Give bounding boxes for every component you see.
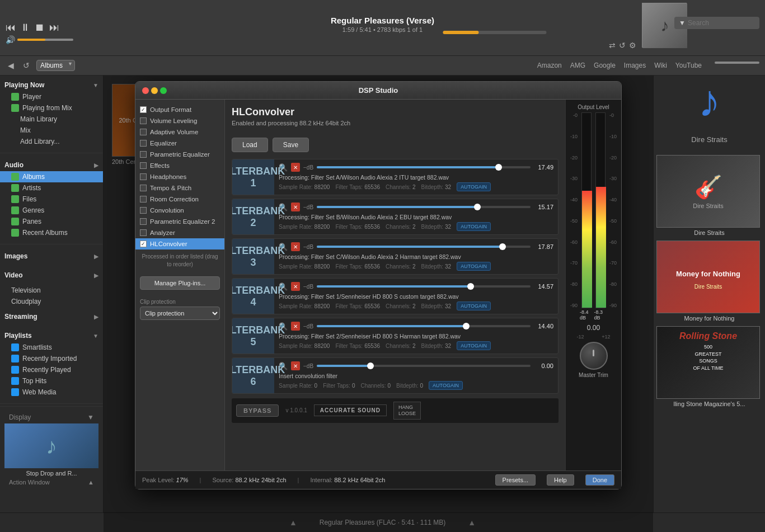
fb3-remove-button[interactable]: ✕: [291, 242, 300, 251]
playing-now-header[interactable]: Playing Now ▼: [0, 79, 103, 91]
view-selector[interactable]: Albums Artists Songs: [36, 60, 75, 71]
fb6-remove-button[interactable]: ✕: [291, 361, 300, 370]
fb5-autogain-button[interactable]: AUTOGAIN: [457, 341, 491, 350]
video-header[interactable]: Video ▶: [0, 269, 103, 281]
fb1-autogain-button[interactable]: AUTOGAIN: [457, 182, 491, 191]
window-minimize-button[interactable]: [151, 87, 158, 94]
clip-protection-select[interactable]: Clip protection Off Soft clip: [140, 307, 220, 320]
playlists-header[interactable]: Playlists ▼: [0, 329, 103, 342]
sidebar-item-genres[interactable]: Genres: [0, 205, 103, 216]
shuffle-icon[interactable]: ⇄: [609, 41, 616, 50]
pause-button[interactable]: ⏸: [20, 22, 30, 34]
youtube-link[interactable]: YouTube: [675, 62, 702, 69]
sidebar-item-playing-from-mix[interactable]: Playing from Mix: [0, 102, 103, 114]
fb5-search-icon[interactable]: 🔍: [279, 322, 288, 331]
fb4-search-icon[interactable]: 🔍: [279, 283, 288, 291]
refresh-button[interactable]: ↺: [21, 60, 32, 71]
display-label[interactable]: Display ▼: [4, 411, 98, 423]
plugin-convolution[interactable]: Convolution: [135, 205, 224, 216]
fb4-autogain-button[interactable]: AUTOGAIN: [457, 302, 491, 310]
master-trim-knob[interactable]: [580, 342, 608, 370]
fb3-autogain-button[interactable]: AUTOGAIN: [457, 262, 491, 271]
fb2-search-icon[interactable]: 🔍: [279, 203, 288, 211]
images-header[interactable]: Images ▶: [0, 250, 103, 262]
sidebar-item-add-library[interactable]: Add Library...: [0, 136, 103, 147]
plugin-adaptive-volume[interactable]: Adaptive Volume: [135, 126, 224, 138]
plugin-output-format[interactable]: Output Format: [135, 104, 224, 115]
fb4-slider[interactable]: [317, 285, 531, 288]
manage-plugins-button[interactable]: Manage Plug-ins...: [140, 276, 220, 290]
amazon-link[interactable]: Amazon: [537, 62, 562, 69]
action-window-label[interactable]: Action Window ▲: [4, 477, 98, 488]
window-close-button[interactable]: [142, 87, 149, 94]
sidebar-item-cloudplay[interactable]: Cloudplay: [0, 296, 103, 307]
dsp-title: DSP Studio: [359, 86, 398, 95]
sidebar-item-artists[interactable]: Artists: [0, 182, 103, 194]
fb3-slider[interactable]: [317, 246, 531, 248]
fb6-slider[interactable]: [317, 365, 531, 367]
plugin-tempo-pitch[interactable]: Tempo & Pitch: [135, 182, 224, 194]
google-link[interactable]: Google: [594, 62, 616, 69]
fb2-remove-button[interactable]: ✕: [291, 203, 300, 211]
presets-button[interactable]: Presets...: [495, 474, 536, 486]
help-button[interactable]: Help: [547, 474, 574, 486]
fb2-autogain-button[interactable]: AUTOGAIN: [457, 222, 491, 231]
stop-button[interactable]: ⏹: [35, 22, 45, 34]
repeat-icon[interactable]: ↺: [619, 41, 626, 50]
sidebar-item-albums[interactable]: Albums: [0, 171, 103, 182]
right-album-2[interactable]: Money for Nothing Dire Straits Money for…: [656, 241, 762, 323]
fb4-remove-button[interactable]: ✕: [291, 282, 300, 291]
sidebar-item-television[interactable]: Television: [0, 285, 103, 296]
sidebar-item-main-library[interactable]: Main Library: [0, 114, 103, 125]
fb1-remove-button[interactable]: ✕: [291, 163, 300, 172]
volume-area: 🔊: [6, 35, 73, 44]
sidebar-item-recently-played[interactable]: Recently Played: [0, 364, 103, 375]
sidebar-item-mix[interactable]: Mix: [0, 125, 103, 136]
search-input[interactable]: [688, 19, 755, 27]
plugin-hlconvolver[interactable]: HLConvolver: [135, 238, 224, 249]
right-album-1[interactable]: 🎸 Dire Straits Dire Straits: [656, 155, 762, 238]
plugin-volume-leveling[interactable]: Volume Leveling: [135, 115, 224, 126]
sidebar-item-files[interactable]: Files: [0, 194, 103, 205]
plugin-analyzer[interactable]: Analyzer: [135, 227, 224, 238]
streaming-header[interactable]: Streaming ▶: [0, 310, 103, 323]
window-maximize-button[interactable]: [160, 87, 167, 94]
next-button[interactable]: ⏭: [49, 22, 59, 34]
nav-search-slider[interactable]: [715, 62, 759, 64]
sidebar-item-player[interactable]: Player: [0, 91, 103, 102]
wiki-link[interactable]: Wiki: [654, 62, 667, 69]
settings-icon[interactable]: ⚙: [629, 41, 636, 50]
sidebar-item-recently-imported[interactable]: Recently Imported: [0, 353, 103, 364]
progress-area[interactable]: [443, 31, 546, 34]
sidebar-item-panes[interactable]: Panes: [0, 216, 103, 227]
fb5-slider[interactable]: [317, 325, 531, 327]
sidebar-item-top-hits[interactable]: Top Hits: [0, 375, 103, 387]
prev-button[interactable]: ⏮: [6, 22, 16, 34]
volume-bar[interactable]: [17, 39, 73, 41]
plugin-parametric-eq[interactable]: Parametric Equalizer: [135, 149, 224, 160]
save-button[interactable]: Save: [273, 138, 309, 152]
load-button[interactable]: Load: [232, 138, 268, 152]
done-button[interactable]: Done: [585, 474, 614, 486]
sidebar-item-web-media[interactable]: Web Media: [0, 387, 103, 398]
plugin-equalizer[interactable]: Equalizer: [135, 138, 224, 149]
plugin-parametric-eq2[interactable]: Parametric Equalizer 2: [135, 216, 224, 227]
plugin-effects[interactable]: Effects: [135, 160, 224, 171]
fb6-autogain-button[interactable]: AUTOGAIN: [429, 381, 463, 390]
fb1-slider[interactable]: [317, 166, 531, 168]
plugin-headphones[interactable]: Headphones: [135, 171, 224, 182]
amg-link[interactable]: AMG: [570, 62, 585, 69]
fb2-slider[interactable]: [317, 206, 531, 208]
plugin-room-correction[interactable]: Room Correction: [135, 194, 224, 205]
fb3-search-icon[interactable]: 🔍: [279, 243, 288, 251]
fb6-search-icon[interactable]: 🔍: [279, 362, 288, 370]
sidebar-item-smartlists[interactable]: Smartlists: [0, 342, 103, 353]
audio-header[interactable]: Audio ▶: [0, 159, 103, 171]
right-album-3[interactable]: Rolling Stone 500GREATESTSONGSOF ALL TIM…: [656, 326, 762, 409]
back-button[interactable]: ◀: [6, 60, 16, 71]
bypass-button[interactable]: BYPASS: [236, 404, 279, 417]
sidebar-item-recent-albums[interactable]: Recent Albums: [0, 227, 103, 238]
fb1-search-icon[interactable]: 🔍: [279, 163, 288, 172]
images-link[interactable]: Images: [624, 62, 646, 69]
fb5-remove-button[interactable]: ✕: [291, 322, 300, 331]
